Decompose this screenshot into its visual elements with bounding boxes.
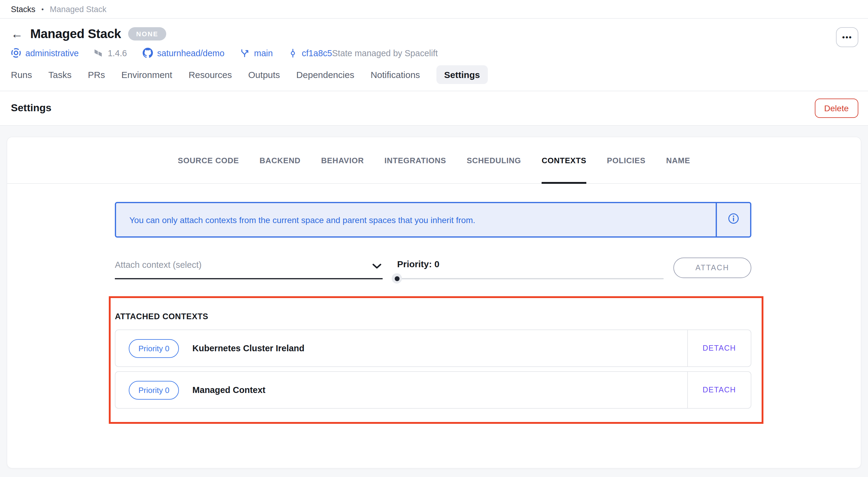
space-label: administrative bbox=[25, 48, 79, 58]
attached-contexts-title: ATTACHED CONTEXTS bbox=[115, 312, 751, 321]
priority-badge: Priority 0 bbox=[129, 339, 179, 358]
meta-space[interactable]: administrative bbox=[11, 48, 79, 58]
back-arrow-icon[interactable]: ← bbox=[11, 28, 23, 40]
priority-control: Priority: 0 bbox=[397, 259, 664, 284]
info-banner-text: You can only attach contexts from the cu… bbox=[116, 203, 716, 236]
breadcrumb-separator: • bbox=[41, 5, 44, 13]
settings-tab-integrations[interactable]: INTEGRATIONS bbox=[384, 137, 446, 183]
commit-sha-link[interactable]: cf1a8c5 bbox=[302, 48, 332, 58]
title-row: ← Managed Stack NONE bbox=[11, 25, 857, 43]
detach-button[interactable]: DETACH bbox=[699, 344, 740, 353]
chevron-down-icon bbox=[372, 264, 381, 269]
more-options-button[interactable]: ••• bbox=[836, 27, 858, 47]
breadcrumb-stacks[interactable]: Stacks bbox=[11, 4, 35, 13]
settings-tab-source-code[interactable]: SOURCE CODE bbox=[178, 137, 239, 183]
priority-label: Priority: 0 bbox=[397, 259, 664, 269]
info-banner: You can only attach contexts from the cu… bbox=[115, 202, 751, 238]
state-managed-note: State managed by Spacelift bbox=[332, 48, 438, 58]
context-row: Priority 0 Kubernetes Cluster Ireland DE… bbox=[115, 329, 751, 367]
settings-tab-contexts[interactable]: CONTEXTS bbox=[541, 137, 586, 183]
tab-environment[interactable]: Environment bbox=[121, 69, 172, 80]
attach-button[interactable]: ATTACH bbox=[673, 258, 751, 278]
breadcrumb-current: Managed Stack bbox=[50, 4, 107, 13]
meta-branch[interactable]: main bbox=[240, 48, 273, 58]
priority-slider[interactable] bbox=[397, 273, 664, 284]
info-icon bbox=[728, 213, 739, 227]
meta-version: 1.4.6 bbox=[94, 48, 127, 58]
tab-resources[interactable]: Resources bbox=[189, 69, 232, 80]
settings-section-tabs: SOURCE CODE BACKEND BEHAVIOR INTEGRATION… bbox=[7, 137, 861, 184]
priority-slider-dot bbox=[395, 276, 399, 281]
settings-tab-behavior[interactable]: BEHAVIOR bbox=[321, 137, 364, 183]
commit-icon bbox=[289, 48, 298, 58]
stack-header: ••• ← Managed Stack NONE administrative … bbox=[0, 19, 868, 91]
tab-dependencies[interactable]: Dependencies bbox=[296, 69, 354, 80]
app-viewport: Stacks • Managed Stack ••• ← Managed Sta… bbox=[0, 0, 868, 477]
tab-tasks[interactable]: Tasks bbox=[49, 69, 72, 80]
breadcrumb: Stacks • Managed Stack bbox=[0, 0, 868, 19]
context-name: Kubernetes Cluster Ireland bbox=[192, 344, 305, 353]
settings-tab-scheduling[interactable]: SCHEDULING bbox=[467, 137, 521, 183]
tab-runs[interactable]: Runs bbox=[11, 69, 32, 80]
priority-slider-thumb[interactable] bbox=[392, 273, 402, 284]
terraform-icon bbox=[94, 48, 103, 58]
detach-cell: DETACH bbox=[687, 372, 751, 408]
stack-nav-tabs: Runs Tasks PRs Environment Resources Out… bbox=[11, 65, 857, 85]
ellipsis-icon: ••• bbox=[842, 32, 852, 41]
version-label: 1.4.6 bbox=[107, 48, 127, 58]
space-icon bbox=[11, 48, 21, 58]
info-banner-icon-box[interactable] bbox=[716, 203, 750, 236]
priority-slider-track bbox=[397, 278, 664, 279]
contexts-panel: You can only attach contexts from the cu… bbox=[7, 184, 861, 424]
page-title: Managed Stack bbox=[30, 27, 121, 41]
context-row: Priority 0 Managed Context DETACH bbox=[115, 371, 751, 409]
tab-outputs[interactable]: Outputs bbox=[248, 69, 280, 80]
attach-context-placeholder: Attach context (select) bbox=[115, 260, 202, 270]
branch-icon bbox=[240, 48, 250, 58]
meta-repository[interactable]: saturnhead/demo bbox=[143, 48, 224, 58]
detach-button[interactable]: DETACH bbox=[699, 385, 740, 395]
priority-badge: Priority 0 bbox=[129, 381, 179, 399]
settings-tab-name[interactable]: NAME bbox=[666, 137, 690, 183]
settings-card: SOURCE CODE BACKEND BEHAVIOR INTEGRATION… bbox=[7, 137, 861, 468]
repository-label: saturnhead/demo bbox=[157, 48, 224, 58]
settings-title: Settings bbox=[11, 102, 51, 114]
settings-bar: Settings Delete bbox=[0, 91, 868, 125]
detach-cell: DETACH bbox=[687, 330, 751, 366]
github-icon bbox=[143, 48, 153, 58]
attach-context-row: Attach context (select) Priority: 0 bbox=[115, 258, 751, 279]
branch-label: main bbox=[254, 48, 273, 58]
context-name: Managed Context bbox=[192, 385, 266, 395]
settings-page-area: SOURCE CODE BACKEND BEHAVIOR INTEGRATION… bbox=[0, 125, 868, 477]
meta-commit: cf1a8c5State managed by Spacelift bbox=[289, 48, 438, 58]
attached-contexts-section: ATTACHED CONTEXTS Priority 0 Kubernetes … bbox=[109, 296, 764, 424]
tab-prs[interactable]: PRs bbox=[88, 69, 105, 80]
settings-tab-backend[interactable]: BACKEND bbox=[259, 137, 301, 183]
state-badge: NONE bbox=[128, 27, 166, 40]
attach-context-select[interactable]: Attach context (select) bbox=[115, 259, 383, 279]
tab-notifications[interactable]: Notifications bbox=[371, 69, 420, 80]
settings-tab-policies[interactable]: POLICIES bbox=[607, 137, 646, 183]
delete-stack-button[interactable]: Delete bbox=[814, 98, 858, 118]
tab-settings[interactable]: Settings bbox=[436, 65, 488, 84]
stack-meta-row: administrative 1.4.6 saturnhead/demo mai… bbox=[11, 48, 857, 58]
